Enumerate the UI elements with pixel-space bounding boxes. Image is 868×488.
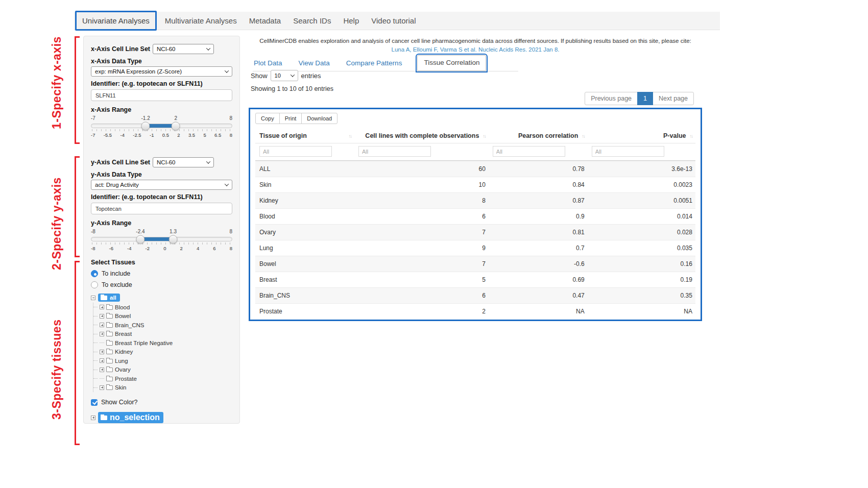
export-button[interactable]: Download: [301, 113, 337, 124]
expand-icon[interactable]: [100, 368, 104, 372]
sort-icon[interactable]: ↑↓: [483, 133, 486, 139]
collapse-icon[interactable]: [91, 296, 95, 300]
tree-node-all[interactable]: all: [98, 294, 120, 302]
tree-item[interactable]: Bowel: [93, 312, 232, 321]
expand-icon[interactable]: [91, 416, 95, 420]
nav-tab[interactable]: Metadata: [243, 12, 287, 29]
table-row[interactable]: Brain_CNS 6 0.47 0.35: [255, 287, 695, 303]
expand-icon[interactable]: [100, 376, 104, 381]
table-row[interactable]: Bowel 7 -0.6 0.16: [255, 256, 695, 272]
tree-item[interactable]: Breast: [93, 330, 232, 339]
expand-icon[interactable]: [100, 340, 104, 345]
expand-icon[interactable]: [100, 314, 104, 319]
table-row[interactable]: Prostate 2 NA NA: [255, 303, 695, 319]
column-filter-input[interactable]: [358, 146, 431, 157]
tree-connector: [93, 360, 98, 361]
tree-item[interactable]: Ovary: [93, 365, 232, 375]
column-filter-input[interactable]: [259, 146, 332, 157]
slider-track[interactable]: [91, 237, 232, 241]
table-row[interactable]: Skin 10 0.84 0.0023: [255, 177, 695, 192]
include-radio-option[interactable]: To include: [91, 270, 232, 277]
slider-tick-label: 8: [230, 246, 232, 251]
expand-icon[interactable]: [100, 323, 104, 327]
expand-icon[interactable]: [100, 350, 104, 354]
table-row[interactable]: Blood 6 0.9 0.014: [255, 208, 695, 224]
column-header[interactable]: Cell lines with complete observations ↑↓: [354, 129, 489, 143]
table-row[interactable]: Ovary 7 0.81 0.028: [255, 224, 695, 240]
table-row[interactable]: Breast 5 0.69 0.19: [255, 272, 695, 287]
exclude-radio-option[interactable]: To exclude: [91, 281, 232, 288]
nav-tab[interactable]: Search IDs: [287, 12, 337, 29]
export-button[interactable]: Copy: [255, 113, 280, 124]
y-cell-line-set-select[interactable]: NCI-60: [153, 157, 214, 167]
slider-track[interactable]: [91, 124, 232, 128]
next-page-button[interactable]: Next page: [653, 92, 694, 105]
column-header[interactable]: Tissue of origin ↑↓: [255, 129, 354, 143]
citation-text: CellMinerCDB enables exploration and ana…: [249, 37, 702, 45]
tree-item[interactable]: Lung: [93, 356, 232, 365]
tree-connector: [93, 325, 98, 325]
radio-checked-icon[interactable]: [91, 270, 98, 277]
tree-node-no-selection[interactable]: no_selection: [98, 412, 163, 423]
x-identifier-input[interactable]: [91, 89, 232, 101]
y-identifier-label: Identifier: (e.g. topotecan or SLFN11): [91, 193, 232, 201]
slider-handle-high[interactable]: [172, 121, 180, 130]
expand-icon[interactable]: [100, 332, 104, 336]
tree-item[interactable]: Breast Triple Negative: [93, 338, 232, 348]
nav-tab[interactable]: Multivariate Analyses: [159, 12, 243, 29]
nav-tab[interactable]: Video tutorial: [365, 12, 422, 29]
tree-item[interactable]: Brain_CNS: [93, 321, 232, 330]
x-data-type-label: x-Axis Data Type: [91, 58, 232, 65]
tree-root-all[interactable]: all: [91, 294, 232, 302]
cell-pearson-correlation: 0.81: [489, 225, 588, 240]
result-tab[interactable]: Plot Data: [253, 56, 283, 71]
x-axis-range-slider[interactable]: -7 -1.2 2 8 -7-5.5-4-2.5-10.523.556.58: [91, 115, 232, 138]
expand-icon[interactable]: [100, 385, 104, 390]
table-row[interactable]: Kidney 8 0.87 0.0051: [255, 192, 695, 208]
slider-handle-low[interactable]: [141, 121, 150, 130]
result-tab[interactable]: Compare Patterns: [345, 56, 403, 71]
slider-handle-low[interactable]: [136, 235, 145, 243]
previous-page-button[interactable]: Previous page: [585, 92, 638, 105]
table-row[interactable]: Lung 9 0.7 0.035: [255, 240, 695, 256]
radio-unchecked-icon[interactable]: [91, 281, 98, 288]
expand-icon[interactable]: [100, 305, 104, 309]
slider-handle-high[interactable]: [168, 235, 177, 243]
sort-icon[interactable]: ↑↓: [348, 133, 351, 139]
tree-item[interactable]: Prostate: [93, 374, 232, 383]
citation-link[interactable]: Luna A, Elloumi F, Varma S et al. Nuclei…: [392, 46, 560, 53]
sort-icon[interactable]: ↑↓: [582, 133, 585, 139]
checkbox-checked-icon[interactable]: [91, 399, 98, 406]
x-data-type-select[interactable]: exp: mRNA Expression (Z-Score): [91, 66, 232, 77]
x-cell-line-set-select[interactable]: NCI-60: [153, 44, 214, 54]
slider-tick-label: 0.5: [162, 132, 169, 138]
result-tab[interactable]: View Data: [298, 56, 331, 71]
column-header[interactable]: P-value ↑↓: [588, 129, 695, 143]
show-color-option[interactable]: Show Color?: [91, 399, 232, 406]
current-page-button[interactable]: 1: [637, 92, 653, 105]
tree-root-no-selection[interactable]: no_selection: [91, 412, 232, 423]
tree-item[interactable]: Kidney: [93, 348, 232, 357]
tree-connector: [93, 316, 98, 316]
y-axis-range-slider[interactable]: -8 -2.4 1.3 8 -8-6-4-202468: [91, 229, 232, 251]
column-filter-input[interactable]: [493, 146, 565, 157]
cell-observations: 7: [354, 225, 489, 240]
column-filter-input[interactable]: [592, 146, 664, 157]
nav-tab[interactable]: Help: [337, 12, 365, 29]
sidebar-panel: x-Axis Cell Line Set NCI-60 x-Axis Data …: [83, 36, 240, 424]
result-tab[interactable]: Tissue Correlation: [417, 55, 486, 71]
tree-item-label: Lung: [115, 358, 128, 364]
expand-icon[interactable]: [100, 358, 104, 363]
column-header[interactable]: Pearson correlation ↑↓: [489, 129, 588, 143]
sort-icon[interactable]: ↑↓: [689, 133, 692, 139]
tree-item[interactable]: Skin: [93, 383, 232, 393]
page-length-select[interactable]: 10: [271, 70, 298, 81]
y-data-type-select[interactable]: act: Drug Activity: [91, 180, 232, 190]
tree-item[interactable]: Blood: [93, 303, 232, 312]
tree-item-label: Bowel: [115, 313, 131, 319]
nav-tab[interactable]: Univariate Analyses: [75, 11, 157, 31]
y-identifier-input[interactable]: [91, 203, 232, 214]
main-content: CellMinerCDB enables exploration and ana…: [249, 36, 702, 485]
table-row[interactable]: ALL 60 0.78 3.6e-13: [255, 161, 695, 177]
export-button[interactable]: Print: [279, 113, 302, 124]
